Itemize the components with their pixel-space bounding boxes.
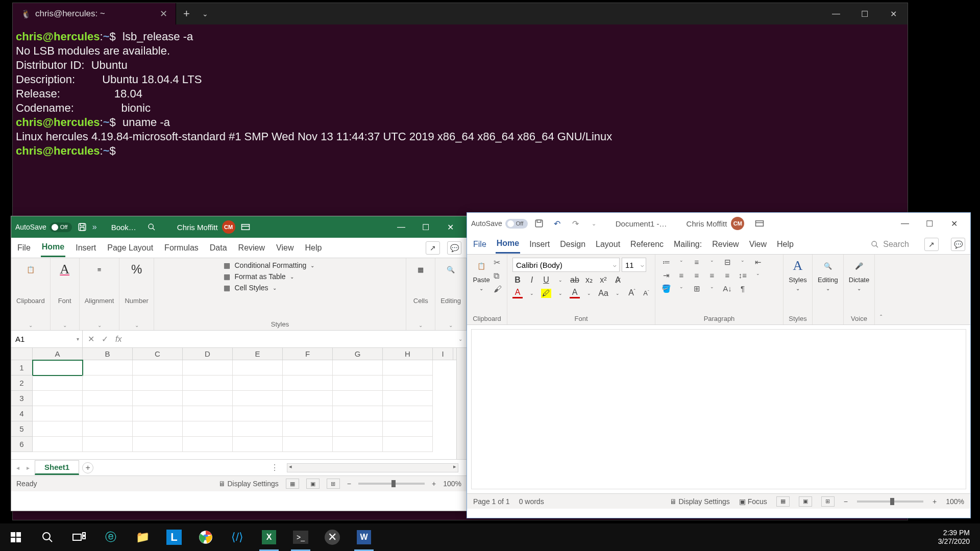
horizontal-scrollbar[interactable] [287,463,458,472]
tab-review[interactable]: Review [711,236,740,253]
web-layout-icon[interactable]: ⊞ [821,496,835,507]
close-button[interactable]: ✕ [879,3,908,24]
multilevel-button[interactable]: ⊟ [722,258,733,267]
underline-button[interactable]: U [541,276,551,285]
taskbar-app-l[interactable]: L [158,523,190,551]
row-header[interactable]: 3 [11,391,33,406]
toggle-off-icon[interactable]: Off [50,222,72,232]
col-header[interactable]: H [383,348,433,360]
word-count[interactable]: 0 words [519,497,544,506]
strikethrough-button[interactable]: ab [570,276,580,285]
font-name-input[interactable]: Calibri (Body) [512,258,620,272]
minimize-button[interactable]: — [822,3,850,24]
display-settings-button[interactable]: 🖥 Display Settings [218,480,279,488]
font-color-icon[interactable]: A [570,288,580,298]
zoom-slider[interactable] [358,483,425,485]
change-case-button[interactable]: Aa [598,289,608,298]
taskbar-vscode[interactable]: ⟨/⟩ [222,523,253,551]
minimize-button[interactable]: — [389,216,413,238]
conditional-formatting-button[interactable]: ▦Conditional Formatting ⌄ [224,261,336,269]
increase-indent-button[interactable]: ⇥ [660,271,672,280]
save-icon[interactable] [532,216,546,231]
add-sheet-button[interactable]: + [82,462,93,473]
normal-view-icon[interactable]: ▦ [286,479,299,489]
col-header[interactable]: E [233,348,283,360]
taskbar-explorer[interactable]: 📁 [127,523,158,551]
cell-a1[interactable] [33,360,83,375]
bold-button[interactable]: B [512,276,523,285]
paste-button[interactable]: 📋Paste⌄ [472,258,491,294]
autosave-toggle[interactable]: AutoSave Off [471,219,528,229]
print-layout-icon[interactable]: ▣ [799,496,812,507]
taskbar-terminal[interactable]: >_ [285,523,316,551]
clock[interactable]: 2:39 PM 3/27/2020 [932,529,976,546]
share-icon[interactable]: ↗ [924,238,939,251]
enter-icon[interactable]: ✓ [102,334,108,344]
align-right-button[interactable]: ≡ [706,271,718,280]
maximize-button[interactable]: ☐ [917,213,942,234]
expand-formula-icon[interactable]: ⌄ [454,336,467,342]
align-center-button[interactable]: ≡ [691,271,702,280]
new-tab-button[interactable]: + [176,7,197,20]
start-button[interactable] [0,523,32,551]
col-header[interactable]: G [333,348,383,360]
autosave-toggle[interactable]: AutoSave Off [15,222,72,232]
tab-view[interactable]: View [748,236,768,253]
display-settings-button[interactable]: 🖥 Display Settings [670,497,730,506]
user-avatar[interactable]: CM [222,220,235,234]
zoom-out-button[interactable]: − [844,497,848,506]
tab-data[interactable]: Data [209,239,228,257]
undo-icon[interactable]: ↶ [550,216,565,231]
font-color-button[interactable]: A [512,288,523,298]
cells-button[interactable]: ▦ [411,261,430,278]
format-painter-icon[interactable]: 🖌 [494,285,502,294]
col-header[interactable]: F [283,348,333,360]
paste-button[interactable]: 📋 [21,261,40,278]
spreadsheet-grid[interactable]: A B C D E F G H I 1 2 3 4 5 6 [11,348,467,459]
row-header[interactable]: 1 [11,360,33,375]
clear-formatting-icon[interactable]: A̷ [612,275,623,285]
focus-mode-button[interactable]: ▣ Focus [739,497,767,506]
redo-icon[interactable]: ↷ [569,216,583,231]
vertical-scrollbar[interactable] [456,348,467,459]
col-header[interactable]: D [183,348,233,360]
col-header[interactable]: A [33,348,83,360]
comments-icon[interactable]: 💬 [951,238,965,251]
close-button[interactable]: ✕ [438,216,462,238]
tab-view[interactable]: View [275,239,295,257]
tab-help[interactable]: Help [776,236,795,253]
tab-review[interactable]: Review [237,239,266,257]
row-header[interactable]: 4 [11,406,33,421]
row-header[interactable]: 5 [11,421,33,437]
superscript-button[interactable]: x² [598,276,608,285]
taskbar-chrome[interactable] [190,523,222,551]
maximize-button[interactable]: ☐ [850,3,879,24]
page-count[interactable]: Page 1 of 1 [473,497,510,506]
name-box[interactable]: A1 [11,331,83,347]
numbering-button[interactable]: ≡ [691,258,702,267]
sheet-tab[interactable]: Sheet1 [35,460,79,475]
zoom-in-button[interactable]: + [432,480,436,488]
sheet-nav-prev-icon[interactable]: ◂ [14,464,21,471]
col-header[interactable]: C [133,348,183,360]
font-size-input[interactable]: 11 [622,258,646,272]
toggle-off-icon[interactable]: Off [505,219,528,229]
copy-icon[interactable]: ⧉ [494,271,502,281]
search-box[interactable]: Search [871,240,909,249]
format-as-table-button[interactable]: ▦Format as Table ⌄ [224,272,336,281]
tab-insert[interactable]: Insert [75,239,97,257]
page-break-view-icon[interactable]: ⊞ [327,479,340,489]
search-button[interactable] [32,523,63,551]
taskbar-excel[interactable]: X [253,523,285,551]
page-layout-view-icon[interactable]: ▣ [306,479,320,489]
line-spacing-button[interactable]: ↕≡ [737,271,748,280]
ribbon-display-icon[interactable] [753,217,766,230]
read-mode-icon[interactable]: ▦ [776,496,790,507]
sheet-options-icon[interactable]: ⋮ [271,463,279,472]
tab-page-layout[interactable]: Page Layout [106,239,154,257]
bullets-button[interactable]: ≔ [660,258,672,267]
taskbar-edge[interactable]: ⓔ [95,523,127,551]
dictate-button[interactable]: 🎤Dictate⌄ [849,258,869,291]
editing-button[interactable]: 🔍Editing⌄ [818,258,838,291]
row-header[interactable]: 6 [11,437,33,452]
